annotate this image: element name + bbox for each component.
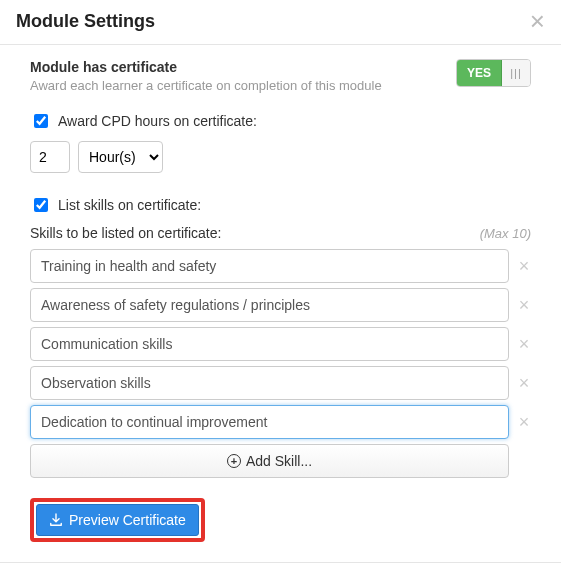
download-icon	[49, 513, 63, 527]
preview-highlight: Preview Certificate	[30, 498, 205, 542]
add-skill-label: Add Skill...	[246, 453, 312, 469]
skill-row: ×	[30, 405, 531, 439]
skill-input[interactable]	[30, 288, 509, 322]
skills-checkbox[interactable]	[34, 198, 48, 212]
remove-skill-icon[interactable]: ×	[517, 335, 531, 353]
toggle-handle-icon: |||	[502, 60, 530, 86]
page-title: Module Settings	[16, 11, 155, 32]
cpd-checkbox[interactable]	[34, 114, 48, 128]
skill-row: ×	[30, 288, 531, 322]
skill-row: ×	[30, 249, 531, 283]
skills-max-label: (Max 10)	[480, 226, 531, 241]
add-skill-button[interactable]: + Add Skill...	[30, 444, 509, 478]
skill-input[interactable]	[30, 405, 509, 439]
plus-circle-icon: +	[227, 454, 241, 468]
cpd-hours-input[interactable]	[30, 141, 70, 173]
preview-button-label: Preview Certificate	[69, 512, 186, 528]
remove-skill-icon[interactable]: ×	[517, 413, 531, 431]
skill-input[interactable]	[30, 366, 509, 400]
skills-header-label: Skills to be listed on certificate:	[30, 225, 221, 241]
skill-input[interactable]	[30, 327, 509, 361]
skills-checkbox-label: List skills on certificate:	[58, 197, 201, 213]
preview-certificate-button[interactable]: Preview Certificate	[36, 504, 199, 536]
remove-skill-icon[interactable]: ×	[517, 257, 531, 275]
remove-skill-icon[interactable]: ×	[517, 374, 531, 392]
cpd-checkbox-label: Award CPD hours on certificate:	[58, 113, 257, 129]
cpd-unit-select[interactable]: Hour(s)	[78, 141, 163, 173]
skill-input[interactable]	[30, 249, 509, 283]
remove-skill-icon[interactable]: ×	[517, 296, 531, 314]
skill-row: ×	[30, 327, 531, 361]
close-icon[interactable]: ×	[530, 8, 545, 34]
toggle-yes-label: YES	[457, 60, 502, 86]
skill-row: ×	[30, 366, 531, 400]
certificate-desc: Award each learner a certificate on comp…	[30, 78, 382, 93]
certificate-toggle[interactable]: YES |||	[456, 59, 531, 87]
certificate-label: Module has certificate	[30, 59, 382, 75]
